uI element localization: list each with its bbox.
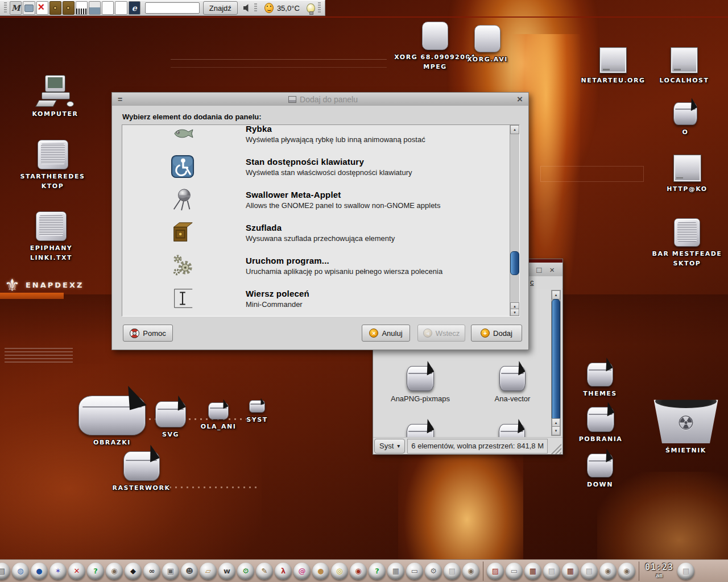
dock-white-drawer-2[interactable]: ▤ xyxy=(543,563,560,580)
dock-red-document[interactable]: ▨ xyxy=(487,563,504,580)
list-item-swallower[interactable]: Swallower Meta-Applet Allows the GNOME2 … xyxy=(122,183,510,216)
zoom-dropdown[interactable]: Syst ▾ xyxy=(374,439,405,454)
dock-gimp-wilber-2[interactable]: ◉ xyxy=(462,563,479,580)
back-button[interactable]: ◂ Wstecz xyxy=(417,325,465,342)
epiphany-icon[interactable]: e xyxy=(129,1,140,15)
desktop-icon-localhost[interactable]: LOCALHOST xyxy=(650,47,718,85)
folder-icon[interactable] xyxy=(499,424,525,437)
barcode-icon[interactable] xyxy=(76,1,88,15)
mplayer-icon[interactable]: M xyxy=(10,1,22,15)
panel-grip[interactable] xyxy=(318,2,321,14)
dock-file-cabinet[interactable]: ▤ xyxy=(0,563,10,580)
desktop-icon-down[interactable]: DOWN xyxy=(576,454,624,489)
dock-help-question-2[interactable]: ? xyxy=(369,563,386,580)
lightbulb-icon[interactable] xyxy=(307,3,315,13)
list-item-accessibility[interactable]: Stan dostępności klawiatury Wyświetla st… xyxy=(122,150,510,183)
desktop-icon-starthere[interactable]: STARTHEREDES KTOP xyxy=(20,140,85,191)
help-button[interactable]: Pomoc xyxy=(123,325,173,342)
window-menu-icon[interactable]: = xyxy=(118,95,129,104)
add-button[interactable]: + Dodaj xyxy=(471,325,522,342)
dock-xeyes[interactable]: ∞ xyxy=(143,563,160,580)
dock-kde-gear[interactable]: ⚙ xyxy=(237,563,254,580)
resize-grip[interactable] xyxy=(550,443,561,454)
desktop-icon-smietnik[interactable]: ☢ ŚMIETNIK xyxy=(648,393,723,455)
close-icon[interactable]: × xyxy=(517,94,523,105)
dock-gnu-mascot[interactable]: ✶ xyxy=(49,563,67,580)
scroll-up-button[interactable]: ▴ xyxy=(510,125,519,134)
dock-desktop-preview-2[interactable]: ▦ xyxy=(562,563,579,580)
drawer-icon[interactable] xyxy=(49,1,61,15)
scrollbar-thumb[interactable] xyxy=(552,299,560,423)
dock-video-cd-burner[interactable]: ◉ xyxy=(350,563,367,580)
dock-journal-notebook[interactable]: ▱ xyxy=(200,563,217,580)
dock-abiword-w[interactable]: w xyxy=(218,563,235,580)
find-button[interactable]: Znajdź xyxy=(203,1,238,15)
blank-icon[interactable] xyxy=(115,1,127,15)
weather-smiley-icon[interactable] xyxy=(264,3,274,13)
window-close-icon[interactable] xyxy=(36,1,48,15)
display-icon[interactable] xyxy=(23,1,35,15)
dock-calculator[interactable]: ▦ xyxy=(387,563,404,580)
list-item-command-line[interactable]: Wiersz poleceń Mini-Commander xyxy=(122,282,510,315)
folder-icon[interactable] xyxy=(407,424,434,437)
desktop-icon-o[interactable]: O xyxy=(668,102,702,137)
list-item-rybka[interactable]: Rybka Wyświetla pływającą rybkę lub inną… xyxy=(122,125,510,150)
dialog-titlebar[interactable]: = Dodaj do panelu × xyxy=(112,93,528,106)
dock-help-question[interactable]: ? xyxy=(87,563,104,580)
dock-white-drawer[interactable]: ▤ xyxy=(444,563,461,580)
dock-planet-jupiter[interactable]: ● xyxy=(312,563,329,580)
desktop-icon-netarteu[interactable]: NETARTEU.ORG xyxy=(576,47,650,85)
desktop-icon-bar-sktop[interactable]: BAR MESTFEADE SKTOP xyxy=(652,218,722,268)
desktop-icon-xorg-avi[interactable]: XORG.AVI xyxy=(462,25,513,64)
menu-item-fragment[interactable]: c xyxy=(530,278,534,286)
file-item[interactable]: AnaPNG-pixmaps xyxy=(386,366,454,403)
panel-search-input[interactable] xyxy=(145,2,200,14)
dock-gears-utility[interactable]: ⚙ xyxy=(425,563,442,580)
file-window-scrollbar[interactable]: ▴ ▴ ▾ xyxy=(551,290,561,436)
desktop-icon-syst[interactable]: SYST xyxy=(241,400,273,425)
dock-cd-roast[interactable]: ◎ xyxy=(331,563,348,580)
cancel-button[interactable]: × Anuluj xyxy=(362,325,410,342)
drawer-icon[interactable] xyxy=(63,1,75,15)
desktop-icon-komputer[interactable]: KOMPUTER xyxy=(24,75,86,119)
file-item[interactable]: Ana-vector xyxy=(478,366,547,403)
dock-screenshot-tool[interactable]: ▣ xyxy=(162,563,179,580)
scroll-down-button[interactable]: ▾ xyxy=(510,309,519,316)
dock-dx-remove[interactable]: ✕ xyxy=(68,563,85,580)
dock-gimp-wilber-3[interactable]: ◉ xyxy=(599,563,617,580)
scroll-down-button[interactable]: ▾ xyxy=(552,426,560,435)
workspace-icon[interactable] xyxy=(89,1,101,15)
dock-notepad-pencil[interactable]: ✎ xyxy=(256,563,273,580)
maximize-icon[interactable]: □ xyxy=(536,265,541,275)
desktop-icon-ola-ani[interactable]: OLA_ANI xyxy=(196,402,241,431)
dock-gimp-wilber[interactable]: ◉ xyxy=(106,563,123,580)
close-icon[interactable]: × xyxy=(549,265,555,275)
dock-trailing-drawer[interactable]: ▤ xyxy=(677,563,694,580)
dock-lyx[interactable]: λ xyxy=(275,563,292,580)
desktop-icon-epiphany-linki[interactable]: EPIPHANY LINKI.TXT xyxy=(23,211,80,263)
scrollbar-thumb[interactable] xyxy=(510,251,519,275)
desktop-icon-themes[interactable]: THEMES xyxy=(576,363,624,398)
desktop-icon-pobrania[interactable]: POBRANIA xyxy=(573,407,628,444)
dock-mascot-face[interactable]: ☻ xyxy=(181,563,198,580)
dock-clipboard-frame[interactable]: ▭ xyxy=(506,563,523,580)
desktop-icon-rasterwork[interactable]: RASTERWORK xyxy=(106,451,177,493)
list-item-run-program[interactable]: Uruchom program... Uruchamia aplikację p… xyxy=(122,249,510,282)
dock-gimp-wilber-4[interactable]: ◉ xyxy=(618,563,635,580)
desktop-icon-obrazki[interactable]: OBRAZKI xyxy=(75,396,149,447)
scroll-up-button[interactable]: ▴ xyxy=(552,290,560,300)
list-scrollbar[interactable]: ▴ ▴ ▾ xyxy=(510,125,519,316)
dock-inkscape-diamond[interactable]: ◆ xyxy=(125,563,142,580)
desktop-icon-enapdexz[interactable]: ⚜ ENAPDEXZ xyxy=(5,275,84,295)
panel-grip[interactable] xyxy=(4,2,7,14)
dock-white-drawer-3[interactable]: ▤ xyxy=(581,563,598,580)
speaker-icon[interactable] xyxy=(243,3,251,13)
blank-icon[interactable] xyxy=(102,1,114,15)
dock-blue-globe[interactable]: ● xyxy=(31,563,48,580)
dock-web-globe-cursor[interactable]: ◍ xyxy=(12,563,29,580)
desktop-icon-http-ko[interactable]: HTTP@KO xyxy=(659,155,715,194)
dock-desktop-preview-1[interactable]: ▦ xyxy=(524,563,541,580)
dock-debian-swirl[interactable]: @ xyxy=(293,563,311,580)
desktop-icon-svg[interactable]: SVG xyxy=(151,401,191,439)
dock-scanner-device[interactable]: ▭ xyxy=(406,563,423,580)
